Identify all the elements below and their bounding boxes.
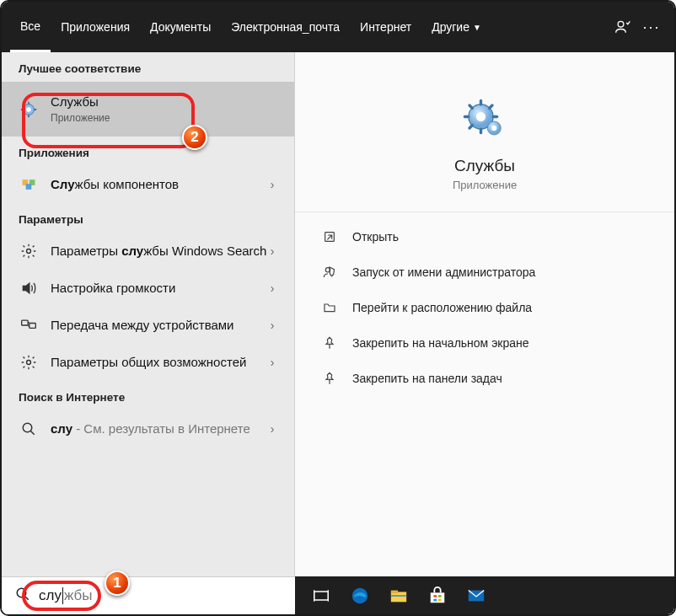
header-web: Поиск в Интернете: [2, 381, 294, 410]
chevron-right-icon: ›: [267, 319, 277, 332]
services-icon: [19, 99, 39, 120]
action-pin-taskbar[interactable]: Закрепить на панели задач: [295, 361, 674, 396]
tab-documents[interactable]: Документы: [140, 2, 221, 52]
setting-windows-search[interactable]: Параметры службы Windows Search ›: [2, 233, 294, 270]
results-panel: Лучшее соответствие Службы Приложение Пр…: [2, 52, 295, 576]
svg-rect-42: [433, 595, 437, 597]
svg-rect-41: [431, 592, 445, 603]
svg-point-17: [476, 112, 486, 121]
action-run-as-admin[interactable]: Запуск от имени администратора: [295, 254, 674, 290]
action-label: Открыть: [352, 230, 399, 244]
taskbar: службы: [2, 576, 674, 614]
action-label: Закрепить на начальном экране: [352, 336, 529, 350]
chevron-right-icon: ›: [267, 356, 277, 369]
taskbar-mail[interactable]: [457, 576, 496, 614]
web-result-label: слу - См. результаты в Интернете: [51, 421, 250, 436]
action-pin-start[interactable]: Закрепить на начальном экране: [295, 325, 674, 361]
svg-rect-12: [30, 324, 36, 329]
taskbar-store[interactable]: [418, 576, 457, 614]
taskbar-explorer[interactable]: [379, 576, 418, 614]
action-label: Запуск от имени администратора: [352, 265, 535, 279]
action-open-location[interactable]: Перейти к расположению файла: [295, 290, 674, 325]
taskbar-task-view[interactable]: [302, 576, 341, 614]
svg-rect-11: [22, 320, 29, 325]
gear-icon: [19, 241, 39, 261]
svg-rect-34: [314, 592, 329, 600]
feedback-icon[interactable]: [609, 13, 637, 41]
action-open[interactable]: Открыть: [295, 219, 674, 254]
pin-icon: [320, 334, 339, 352]
component-services-icon: [19, 174, 39, 195]
header-apps: Приложения: [2, 137, 294, 166]
svg-rect-44: [433, 598, 437, 601]
preview-subtitle: Приложение: [453, 179, 517, 191]
preview-panel: Службы Приложение Открыть Запуск от имен…: [295, 52, 674, 576]
search-filter-tabs: Все Приложения Документы Электронная_поч…: [2, 2, 674, 52]
svg-rect-45: [438, 598, 442, 601]
setting-label: Параметры службы Windows Search: [51, 244, 266, 258]
svg-point-14: [23, 423, 32, 432]
gear-icon: [19, 352, 39, 372]
setting-label: Настройка громкости: [51, 281, 175, 295]
services-large-icon: [462, 98, 507, 143]
svg-point-0: [618, 21, 624, 27]
chevron-right-icon: ›: [267, 244, 277, 258]
open-icon: [320, 228, 339, 246]
annotation-marker-1: 1: [105, 570, 130, 596]
tab-apps[interactable]: Приложения: [51, 2, 140, 52]
preview-title: Службы: [454, 157, 515, 175]
svg-line-24: [469, 126, 472, 128]
setting-label: Передача между устройствами: [51, 318, 233, 332]
chevron-right-icon: ›: [267, 422, 277, 436]
svg-point-13: [27, 361, 31, 365]
best-match-title: Службы: [51, 94, 277, 110]
folder-icon: [320, 298, 339, 317]
app-result-component-services[interactable]: Службы компонентов ›: [2, 166, 294, 203]
setting-volume[interactable]: Настройка громкости ›: [2, 270, 294, 307]
svg-point-10: [27, 249, 31, 254]
chevron-right-icon: ›: [267, 178, 277, 191]
more-options-icon[interactable]: ···: [637, 13, 666, 41]
svg-rect-39: [391, 590, 398, 593]
chevron-right-icon: ›: [267, 281, 277, 295]
admin-icon: [320, 263, 339, 281]
annotation-marker-2: 2: [182, 125, 207, 150]
app-result-label: Службы компонентов: [51, 177, 179, 191]
header-settings: Параметры: [2, 203, 294, 233]
setting-label: Параметры общих возможностей: [51, 355, 246, 369]
action-label: Перейти к расположению файла: [352, 301, 532, 314]
chevron-down-icon: ▼: [473, 23, 481, 32]
setting-ease-of-access[interactable]: Параметры общих возможностей ›: [2, 344, 294, 381]
svg-point-2: [26, 107, 31, 112]
action-label: Закрепить на панели задач: [352, 372, 502, 385]
svg-rect-43: [438, 595, 442, 597]
volume-icon: [19, 278, 39, 298]
svg-rect-40: [391, 595, 406, 597]
devices-icon: [19, 315, 39, 335]
svg-line-15: [30, 431, 35, 435]
svg-rect-9: [26, 184, 32, 190]
svg-line-25: [490, 105, 492, 108]
search-box[interactable]: службы: [2, 576, 295, 614]
search-icon: [19, 419, 39, 439]
web-search-result[interactable]: слу - См. результаты в Интернете ›: [2, 410, 294, 447]
setting-shared-experiences[interactable]: Передача между устройствами ›: [2, 307, 294, 344]
tab-all[interactable]: Все: [10, 2, 51, 52]
header-best-match: Лучшее соответствие: [2, 52, 294, 82]
best-match-subtitle: Приложение: [51, 112, 277, 126]
taskbar-edge[interactable]: [341, 576, 379, 614]
svg-point-27: [491, 126, 496, 131]
tab-more-label: Другие: [432, 20, 469, 34]
pin-icon: [320, 369, 339, 388]
tab-more[interactable]: Другие ▼: [421, 2, 491, 52]
tab-email[interactable]: Электронная_почта: [221, 2, 350, 52]
tab-internet[interactable]: Интернет: [350, 2, 421, 52]
svg-line-22: [469, 105, 472, 108]
action-list: Открыть Запуск от имени администратора П…: [295, 212, 674, 403]
best-match-result[interactable]: Службы Приложение: [2, 82, 294, 137]
